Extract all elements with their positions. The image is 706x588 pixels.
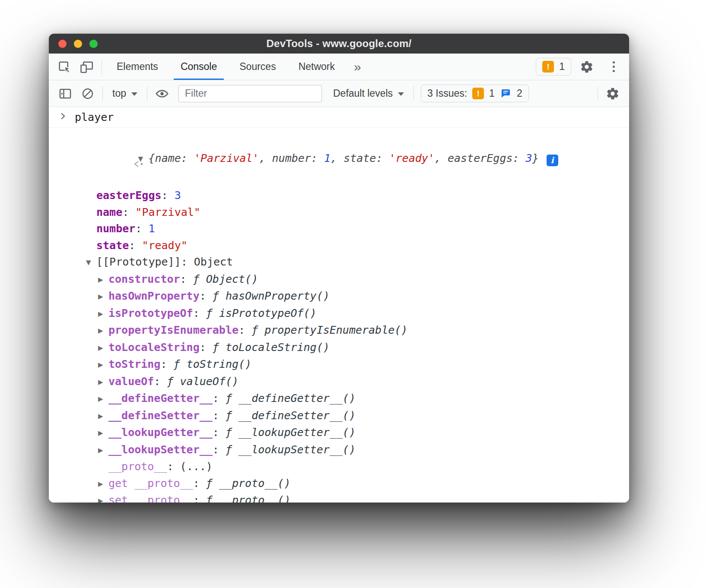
clear-console-button[interactable] (76, 83, 99, 104)
disclosure-triangle-icon[interactable]: ▶ (98, 357, 108, 373)
token-keydim: valueOf (108, 375, 154, 388)
execution-context-selector[interactable]: top (106, 88, 143, 99)
token-plain: Object (194, 256, 233, 268)
returned-value-icon (54, 136, 145, 193)
disclosure-triangle-icon[interactable]: ▼ (86, 254, 96, 271)
issue-message-count: 2 (517, 88, 522, 99)
gear-icon (606, 87, 620, 101)
window-titlebar[interactable]: DevTools - www.google.com/ (49, 34, 629, 54)
object-property-row[interactable]: ▶valueOf: ƒ valueOf() (49, 373, 629, 391)
log-levels-selector[interactable]: Default levels (327, 88, 410, 99)
screen-background: DevTools - www.google.com/ Elements (0, 0, 706, 588)
object-property-row[interactable]: ▶toString: ƒ toString() (49, 356, 629, 373)
chevron-down-icon (131, 92, 137, 96)
object-property-row[interactable]: ▶__defineGetter__: ƒ __defineGetter__() (49, 390, 629, 408)
issues-button[interactable]: 3 Issues: ! 1 2 (421, 85, 529, 102)
console-command-entry[interactable]: player (49, 107, 629, 128)
eye-icon (155, 86, 169, 101)
divider (413, 86, 414, 101)
object-property-row[interactable]: ▶hasOwnProperty: ƒ hasOwnProperty() (49, 288, 629, 305)
error-count-badge[interactable]: ! 1 (536, 58, 571, 76)
object-property-row[interactable]: ▶propertyIsEnumerable: ƒ propertyIsEnume… (49, 322, 629, 339)
disclosure-triangle-icon[interactable]: ▶ (98, 288, 108, 305)
filter-input[interactable] (178, 85, 322, 102)
disclosure-triangle-icon[interactable]: ▶ (98, 272, 108, 288)
token-keydim: propertyIsEnumerable (108, 324, 239, 336)
tab-network[interactable]: Network (287, 54, 346, 80)
token-proto: [[Prototype]] (96, 256, 181, 268)
token-pplain: : (181, 152, 194, 164)
tab-label: Network (299, 61, 335, 73)
object-property-row[interactable]: ▶constructor: ƒ Object() (49, 271, 629, 288)
console-sidebar-toggle-button[interactable] (54, 83, 76, 104)
block-icon (81, 87, 95, 101)
object-property-row[interactable]: ▶toLocaleString: ƒ toLocaleString() (49, 339, 629, 357)
disclosure-triangle-icon[interactable]: ▶ (98, 493, 108, 503)
token-fn: ƒ toLocaleString() (213, 341, 330, 354)
command-chevron-icon (57, 111, 68, 124)
disclosure-triangle-icon[interactable]: ▶ (98, 374, 108, 391)
disclosure-triangle-icon[interactable]: ▶ (98, 425, 108, 442)
inspect-cursor-icon (57, 60, 72, 74)
object-property-row[interactable]: ▶isPrototypeOf: ƒ isPrototypeOf() (49, 305, 629, 322)
disclosure-triangle-icon[interactable]: ▶ (98, 340, 108, 357)
token-pstring: 'Parzival' (194, 152, 259, 164)
disclosure-triangle-icon[interactable]: ▶ (98, 306, 108, 322)
object-property-row[interactable]: name: "Parzival" (49, 204, 629, 221)
token-punct: : (181, 256, 194, 268)
token-fn: ƒ __proto__() (206, 477, 291, 490)
token-pplain: : (311, 152, 324, 164)
tab-elements[interactable]: Elements (105, 54, 169, 80)
object-property-row[interactable]: ▶__defineSetter__: ƒ __defineSetter__() (49, 408, 629, 425)
object-property-row[interactable]: number: 1 (49, 221, 629, 237)
create-live-expression-button[interactable] (151, 83, 173, 104)
token-keyfaint: get __proto__ (108, 477, 193, 490)
more-options-menu-button[interactable] (602, 57, 625, 77)
tab-console[interactable]: Console (169, 54, 228, 80)
minimize-window-button[interactable] (74, 40, 82, 48)
console-settings-button[interactable] (601, 83, 624, 104)
settings-button[interactable] (576, 57, 598, 77)
object-property-row[interactable]: __proto__: (...) (49, 458, 629, 475)
disclosure-triangle-icon[interactable]: ▶ (98, 442, 108, 459)
object-property-row[interactable]: state: "ready" (49, 237, 629, 254)
token-fn: ƒ __defineGetter__() (226, 392, 356, 405)
more-tabs-button[interactable]: » (346, 54, 369, 80)
token-punct: : (213, 443, 226, 456)
token-plain: (...) (180, 460, 213, 473)
disclosure-triangle-icon[interactable]: ▶ (98, 476, 108, 493)
device-toolbar-button[interactable] (76, 57, 98, 77)
object-property-row[interactable]: ▶__lookupGetter__: ƒ __lookupGetter__() (49, 424, 629, 442)
token-key: state (96, 239, 129, 252)
info-icon[interactable]: i (547, 155, 558, 166)
token-punct: : (193, 494, 206, 503)
disclosure-triangle-icon[interactable]: ▶ (98, 322, 108, 339)
chevron-down-icon (398, 92, 404, 96)
inspect-element-button[interactable] (53, 57, 76, 77)
token-punct: : (160, 358, 173, 370)
token-fn: ƒ __defineSetter__() (226, 409, 356, 422)
evaluation-result-row[interactable]: ▼{name: 'Parzival', number: 1, state: 'r… (49, 130, 629, 187)
close-window-button[interactable] (58, 40, 67, 48)
console-object-tree: easterEggs: 3name: "Parzival"number: 1st… (49, 187, 629, 503)
object-property-row[interactable]: ▶set __proto__: ƒ __proto__() (49, 492, 629, 503)
object-property-row[interactable]: ▼[[Prototype]]: Object (49, 254, 629, 271)
divider (102, 60, 102, 74)
disclosure-triangle-icon[interactable]: ▶ (98, 408, 108, 425)
console-result-entry: ▼{name: 'Parzival', number: 1, state: 'r… (49, 128, 629, 503)
object-property-row[interactable]: ▶get __proto__: ƒ __proto__() (49, 475, 629, 493)
token-punct: : (154, 375, 167, 388)
devtools-window: DevTools - www.google.com/ Elements (49, 34, 629, 503)
gear-icon (580, 60, 594, 74)
token-fn: ƒ propertyIsEnumerable() (251, 324, 407, 336)
token-keyfaint: __proto__ (108, 460, 167, 473)
divider (598, 86, 598, 101)
tab-sources[interactable]: Sources (228, 54, 287, 80)
fullscreen-window-button[interactable] (89, 40, 98, 48)
error-icon: ! (542, 61, 554, 73)
token-fn: ƒ Object() (193, 273, 258, 285)
token-punct: : (193, 477, 206, 490)
object-property-row[interactable]: ▶__lookupSetter__: ƒ __lookupSetter__() (49, 442, 629, 459)
token-pplain: , (259, 152, 272, 164)
disclosure-triangle-icon[interactable]: ▶ (98, 391, 108, 408)
